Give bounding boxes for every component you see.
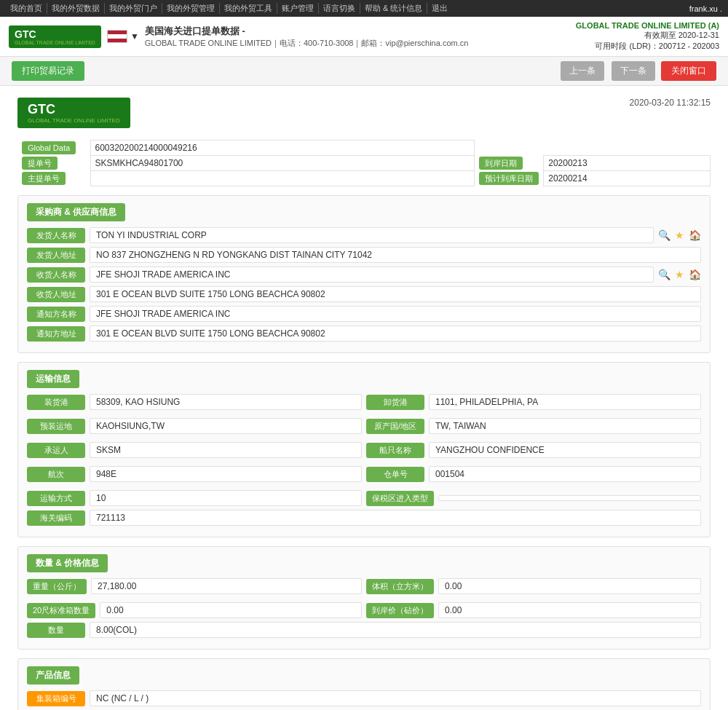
doc-logo: GTC GLOBAL TRADE ONLINE LIMITED — [17, 98, 130, 128]
customs-code-row: 海关编码 721113 — [27, 510, 701, 526]
logo-text: GTC — [15, 28, 36, 40]
shipper-addr-label: 发货人地址 — [27, 248, 85, 263]
volume-row: 体积（立方米） 0.00 — [366, 578, 701, 594]
notify-addr-row: 通知方地址 301 E OCEAN BLVD SUITE 1750 LONG B… — [27, 326, 701, 342]
nav-home[interactable]: 我的首页 — [6, 3, 47, 14]
flag-box: ▼ — [107, 30, 139, 43]
pre-port-row: 预装运地 KAOHSIUNG,TW — [27, 418, 362, 434]
global-data-table: Global Data 600320200214000049216 提单号 SK… — [17, 140, 711, 186]
shipper-name-row: 发货人名称 TON YI INDUSTRIAL CORP 🔍 ★ 🏠 — [27, 227, 701, 243]
consignee-home-btn[interactable]: 🏠 — [689, 269, 701, 280]
star-icon: ★ — [675, 229, 684, 241]
shipper-search-btn[interactable]: 🔍 — [658, 229, 670, 241]
page-title: 美国海关进口提单数据 - — [145, 25, 469, 38]
weight-row: 重量（公斤） 27,180.00 — [27, 578, 362, 594]
container-20-label: 20尺标准箱数量 — [27, 603, 95, 618]
container-20-row: 20尺标准箱数量 0.00 — [27, 602, 362, 618]
carrier-value: SKSM — [90, 442, 362, 458]
us-flag — [107, 30, 127, 43]
notify-name-value: JFE SHOJI TRADE AMERICA INC — [90, 306, 701, 322]
container-num-row: 仓单号 001504 — [366, 466, 701, 482]
search-icon: 🔍 — [658, 229, 670, 241]
arrival-price-value: 0.00 — [438, 602, 701, 618]
container-num-value: 001504 — [429, 466, 701, 482]
consignee-name-row: 收货人名称 JFE SHOJI TRADE AMERICA INC 🔍 ★ 🏠 — [27, 267, 701, 283]
bill-value: SKSMKHCA94801700 — [90, 156, 475, 171]
logo-sub: GLOBAL TRADE ONLINE LIMITED — [15, 40, 95, 45]
nav-logout[interactable]: 退出 — [427, 3, 452, 14]
nav-my-portal[interactable]: 我的外贸门户 — [105, 3, 162, 14]
volume-label: 体积（立方米） — [366, 579, 434, 594]
logo-box: GTC GLOBAL TRADE ONLINE LIMITED — [9, 25, 101, 48]
valid-until: 有效期至 2020-12-31 — [576, 30, 719, 41]
star-icon: ★ — [675, 269, 684, 280]
flag-label: ▼ — [130, 31, 139, 42]
product-container-num-row: 集装箱编号 NC (NC / L / ) — [27, 690, 701, 706]
close-button[interactable]: 关闭窗口 — [661, 61, 716, 81]
top-navigation: 我的首页 我的外贸数据 我的外贸门户 我的外贸管理 我的外贸工具 账户管理 语言… — [0, 0, 728, 17]
transport-mode-row: 运输方式 10 — [27, 490, 362, 506]
estimated-arrival-value: 20200214 — [544, 171, 711, 186]
nav-my-tools[interactable]: 我的外贸工具 — [220, 3, 277, 14]
consignee-star-btn[interactable]: ★ — [675, 269, 684, 280]
notify-name-row: 通知方名称 JFE SHOJI TRADE AMERICA INC — [27, 306, 701, 322]
next-button[interactable]: 下一条 — [612, 61, 655, 81]
quantity-label: 数量 — [27, 623, 85, 638]
search-icon: 🔍 — [658, 269, 670, 280]
print-button[interactable]: 打印贸易记录 — [12, 61, 84, 81]
notify-addr-value: 301 E OCEAN BLVD SUITE 1750 LONG BEACHCA… — [90, 326, 701, 342]
global-data-value: 600320200214000049216 — [90, 141, 475, 156]
arrival-date-label: 到岸日期 — [479, 157, 523, 170]
header-bar: GTC GLOBAL TRADE ONLINE LIMITED ▼ 美国海关进口… — [0, 17, 728, 57]
master-bill-label: 主提单号 — [22, 172, 66, 185]
shipper-addr-row: 发货人地址 NO 837 ZHONGZHENG N RD YONGKANG DI… — [27, 247, 701, 263]
weight-value: 27,180.00 — [91, 578, 362, 594]
consignee-name-label: 收货人名称 — [27, 267, 85, 283]
customs-code-value: 721113 — [90, 510, 701, 526]
consignee-addr-label: 收货人地址 — [27, 287, 85, 302]
top-company-name: GLOBAL TRADE ONLINE LIMITED (A) — [576, 21, 719, 30]
dest-port-value: 1101, PHILADELPHIA, PA — [429, 394, 701, 410]
doc-header: GTC GLOBAL TRADE ONLINE LIMITED 2020-03-… — [17, 98, 711, 128]
container-20-value: 0.00 — [100, 602, 362, 618]
vessel-value: YANGZHOU CONFIDENCE — [429, 442, 701, 458]
pre-port-value: KAOHSIUNG,TW — [90, 418, 362, 434]
nav-language[interactable]: 语言切换 — [319, 3, 360, 14]
company-contact: GLOBAL TRADE ONLINE LIMITED｜电话：400-710-3… — [145, 38, 469, 49]
vessel-label: 船只名称 — [366, 443, 424, 458]
shipper-name-label: 发货人名称 — [27, 228, 85, 243]
doc-logo-sub: GLOBAL TRADE ONLINE LIMITED — [28, 117, 120, 124]
master-bill-value — [90, 171, 475, 186]
doc-logo-text: GTC — [28, 102, 55, 117]
product-container-num-value: NC (NC / L / ) — [90, 690, 701, 706]
ldr-info: 可用时段 (LDR)：200712 - 202003 — [576, 41, 719, 52]
quantity-row: 数量 8.00(COL) — [27, 622, 701, 638]
origin-country-label: 原产国/地区 — [366, 419, 424, 434]
company-info: 美国海关进口提单数据 - GLOBAL TRADE ONLINE LIMITED… — [145, 25, 469, 49]
shipper-star-btn[interactable]: ★ — [675, 229, 684, 241]
nav-my-data[interactable]: 我的外贸数据 — [47, 3, 105, 14]
origin-port-label: 装货港 — [27, 395, 85, 410]
nav-my-manage[interactable]: 我的外贸管理 — [162, 3, 220, 14]
quantity-price-grid: 重量（公斤） 27,180.00 体积（立方米） 0.00 20尺标准箱数量 0… — [27, 578, 701, 622]
bonded-row: 保税区进入类型 — [366, 490, 701, 506]
carrier-label: 承运人 — [27, 443, 85, 458]
shipper-home-btn[interactable]: 🏠 — [689, 229, 701, 241]
home-icon: 🏠 — [689, 229, 701, 241]
nav-account[interactable]: 账户管理 — [277, 3, 319, 14]
buyer-seller-section: 采购商 & 供应商信息 发货人名称 TON YI INDUSTRIAL CORP… — [17, 195, 711, 353]
pre-port-label: 预装运地 — [27, 419, 85, 434]
origin-country-row: 原产国/地区 TW, TAIWAN — [366, 418, 701, 434]
consignee-search-btn[interactable]: 🔍 — [658, 269, 670, 280]
nav-help[interactable]: 帮助 & 统计信息 — [360, 3, 427, 14]
arrival-price-label: 到岸价（砧价） — [366, 603, 434, 618]
dest-port-row: 卸货港 1101, PHILADELPHIA, PA — [366, 394, 701, 410]
voyage-value: 948E — [90, 466, 362, 482]
username: frank.xu . — [689, 4, 722, 13]
voyage-label: 航次 — [27, 467, 85, 482]
prev-button[interactable]: 上一条 — [561, 61, 604, 81]
notify-name-label: 通知方名称 — [27, 307, 85, 322]
transport-header: 运输信息 — [27, 370, 79, 388]
origin-port-row: 装货港 58309, KAO HSIUNG — [27, 394, 362, 410]
transport-mode-value: 10 — [90, 490, 362, 506]
